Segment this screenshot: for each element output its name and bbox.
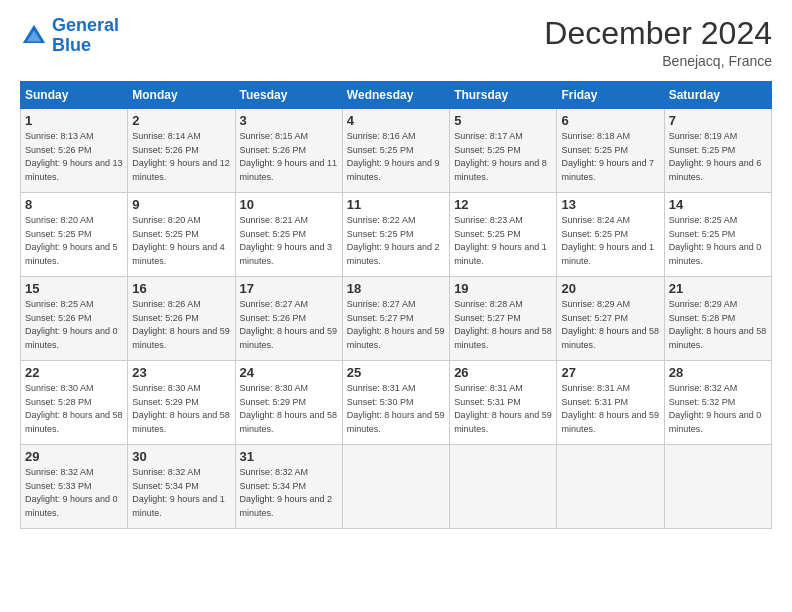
- day-info: Sunrise: 8:28 AM Sunset: 5:27 PM Dayligh…: [454, 298, 552, 352]
- col-saturday: Saturday: [664, 82, 771, 109]
- table-row: [557, 445, 664, 529]
- day-number: 7: [669, 113, 767, 128]
- day-number: 9: [132, 197, 230, 212]
- day-info: Sunrise: 8:31 AM Sunset: 5:31 PM Dayligh…: [561, 382, 659, 436]
- table-row: 12Sunrise: 8:23 AM Sunset: 5:25 PM Dayli…: [450, 193, 557, 277]
- logo: General Blue: [20, 16, 119, 56]
- day-info: Sunrise: 8:25 AM Sunset: 5:26 PM Dayligh…: [25, 298, 123, 352]
- day-info: Sunrise: 8:24 AM Sunset: 5:25 PM Dayligh…: [561, 214, 659, 268]
- table-row: 30Sunrise: 8:32 AM Sunset: 5:34 PM Dayli…: [128, 445, 235, 529]
- day-info: Sunrise: 8:30 AM Sunset: 5:29 PM Dayligh…: [132, 382, 230, 436]
- day-info: Sunrise: 8:22 AM Sunset: 5:25 PM Dayligh…: [347, 214, 445, 268]
- day-info: Sunrise: 8:20 AM Sunset: 5:25 PM Dayligh…: [132, 214, 230, 268]
- day-number: 12: [454, 197, 552, 212]
- page: General Blue December 2024 Benejacq, Fra…: [0, 0, 792, 612]
- table-row: 20Sunrise: 8:29 AM Sunset: 5:27 PM Dayli…: [557, 277, 664, 361]
- col-tuesday: Tuesday: [235, 82, 342, 109]
- table-row: 2Sunrise: 8:14 AM Sunset: 5:26 PM Daylig…: [128, 109, 235, 193]
- table-row: 1Sunrise: 8:13 AM Sunset: 5:26 PM Daylig…: [21, 109, 128, 193]
- table-row: 3Sunrise: 8:15 AM Sunset: 5:26 PM Daylig…: [235, 109, 342, 193]
- table-row: [664, 445, 771, 529]
- day-info: Sunrise: 8:27 AM Sunset: 5:27 PM Dayligh…: [347, 298, 445, 352]
- col-friday: Friday: [557, 82, 664, 109]
- table-row: 27Sunrise: 8:31 AM Sunset: 5:31 PM Dayli…: [557, 361, 664, 445]
- day-number: 4: [347, 113, 445, 128]
- table-row: 16Sunrise: 8:26 AM Sunset: 5:26 PM Dayli…: [128, 277, 235, 361]
- table-row: 4Sunrise: 8:16 AM Sunset: 5:25 PM Daylig…: [342, 109, 449, 193]
- calendar-week-row: 29Sunrise: 8:32 AM Sunset: 5:33 PM Dayli…: [21, 445, 772, 529]
- day-info: Sunrise: 8:32 AM Sunset: 5:33 PM Dayligh…: [25, 466, 123, 520]
- day-number: 21: [669, 281, 767, 296]
- header-row: Sunday Monday Tuesday Wednesday Thursday…: [21, 82, 772, 109]
- day-info: Sunrise: 8:14 AM Sunset: 5:26 PM Dayligh…: [132, 130, 230, 184]
- calendar-week-row: 1Sunrise: 8:13 AM Sunset: 5:26 PM Daylig…: [21, 109, 772, 193]
- day-info: Sunrise: 8:25 AM Sunset: 5:25 PM Dayligh…: [669, 214, 767, 268]
- day-number: 29: [25, 449, 123, 464]
- day-number: 30: [132, 449, 230, 464]
- day-number: 17: [240, 281, 338, 296]
- day-number: 19: [454, 281, 552, 296]
- day-number: 6: [561, 113, 659, 128]
- table-row: 11Sunrise: 8:22 AM Sunset: 5:25 PM Dayli…: [342, 193, 449, 277]
- calendar-week-row: 8Sunrise: 8:20 AM Sunset: 5:25 PM Daylig…: [21, 193, 772, 277]
- table-row: 13Sunrise: 8:24 AM Sunset: 5:25 PM Dayli…: [557, 193, 664, 277]
- col-thursday: Thursday: [450, 82, 557, 109]
- calendar-week-row: 15Sunrise: 8:25 AM Sunset: 5:26 PM Dayli…: [21, 277, 772, 361]
- day-info: Sunrise: 8:19 AM Sunset: 5:25 PM Dayligh…: [669, 130, 767, 184]
- table-row: 7Sunrise: 8:19 AM Sunset: 5:25 PM Daylig…: [664, 109, 771, 193]
- day-info: Sunrise: 8:27 AM Sunset: 5:26 PM Dayligh…: [240, 298, 338, 352]
- table-row: 17Sunrise: 8:27 AM Sunset: 5:26 PM Dayli…: [235, 277, 342, 361]
- col-wednesday: Wednesday: [342, 82, 449, 109]
- table-row: [450, 445, 557, 529]
- table-row: 23Sunrise: 8:30 AM Sunset: 5:29 PM Dayli…: [128, 361, 235, 445]
- day-number: 8: [25, 197, 123, 212]
- day-number: 27: [561, 365, 659, 380]
- day-info: Sunrise: 8:29 AM Sunset: 5:28 PM Dayligh…: [669, 298, 767, 352]
- day-number: 15: [25, 281, 123, 296]
- day-info: Sunrise: 8:32 AM Sunset: 5:34 PM Dayligh…: [240, 466, 338, 520]
- day-number: 11: [347, 197, 445, 212]
- day-number: 20: [561, 281, 659, 296]
- day-info: Sunrise: 8:16 AM Sunset: 5:25 PM Dayligh…: [347, 130, 445, 184]
- title-block: December 2024 Benejacq, France: [544, 16, 772, 69]
- table-row: 28Sunrise: 8:32 AM Sunset: 5:32 PM Dayli…: [664, 361, 771, 445]
- calendar-table: Sunday Monday Tuesday Wednesday Thursday…: [20, 81, 772, 529]
- day-number: 5: [454, 113, 552, 128]
- table-row: [342, 445, 449, 529]
- day-number: 26: [454, 365, 552, 380]
- table-row: 10Sunrise: 8:21 AM Sunset: 5:25 PM Dayli…: [235, 193, 342, 277]
- table-row: 15Sunrise: 8:25 AM Sunset: 5:26 PM Dayli…: [21, 277, 128, 361]
- table-row: 24Sunrise: 8:30 AM Sunset: 5:29 PM Dayli…: [235, 361, 342, 445]
- day-info: Sunrise: 8:13 AM Sunset: 5:26 PM Dayligh…: [25, 130, 123, 184]
- table-row: 29Sunrise: 8:32 AM Sunset: 5:33 PM Dayli…: [21, 445, 128, 529]
- day-number: 24: [240, 365, 338, 380]
- day-info: Sunrise: 8:31 AM Sunset: 5:31 PM Dayligh…: [454, 382, 552, 436]
- header: General Blue December 2024 Benejacq, Fra…: [20, 16, 772, 69]
- day-number: 18: [347, 281, 445, 296]
- table-row: 19Sunrise: 8:28 AM Sunset: 5:27 PM Dayli…: [450, 277, 557, 361]
- logo-text: General Blue: [52, 16, 119, 56]
- table-row: 22Sunrise: 8:30 AM Sunset: 5:28 PM Dayli…: [21, 361, 128, 445]
- day-info: Sunrise: 8:17 AM Sunset: 5:25 PM Dayligh…: [454, 130, 552, 184]
- day-number: 28: [669, 365, 767, 380]
- day-info: Sunrise: 8:26 AM Sunset: 5:26 PM Dayligh…: [132, 298, 230, 352]
- day-number: 31: [240, 449, 338, 464]
- day-info: Sunrise: 8:31 AM Sunset: 5:30 PM Dayligh…: [347, 382, 445, 436]
- day-number: 25: [347, 365, 445, 380]
- day-number: 1: [25, 113, 123, 128]
- day-number: 2: [132, 113, 230, 128]
- table-row: 21Sunrise: 8:29 AM Sunset: 5:28 PM Dayli…: [664, 277, 771, 361]
- day-info: Sunrise: 8:29 AM Sunset: 5:27 PM Dayligh…: [561, 298, 659, 352]
- day-info: Sunrise: 8:30 AM Sunset: 5:29 PM Dayligh…: [240, 382, 338, 436]
- month-title: December 2024: [544, 16, 772, 51]
- day-number: 10: [240, 197, 338, 212]
- day-info: Sunrise: 8:20 AM Sunset: 5:25 PM Dayligh…: [25, 214, 123, 268]
- col-monday: Monday: [128, 82, 235, 109]
- day-number: 22: [25, 365, 123, 380]
- day-number: 16: [132, 281, 230, 296]
- col-sunday: Sunday: [21, 82, 128, 109]
- table-row: 9Sunrise: 8:20 AM Sunset: 5:25 PM Daylig…: [128, 193, 235, 277]
- day-info: Sunrise: 8:30 AM Sunset: 5:28 PM Dayligh…: [25, 382, 123, 436]
- table-row: 6Sunrise: 8:18 AM Sunset: 5:25 PM Daylig…: [557, 109, 664, 193]
- table-row: 14Sunrise: 8:25 AM Sunset: 5:25 PM Dayli…: [664, 193, 771, 277]
